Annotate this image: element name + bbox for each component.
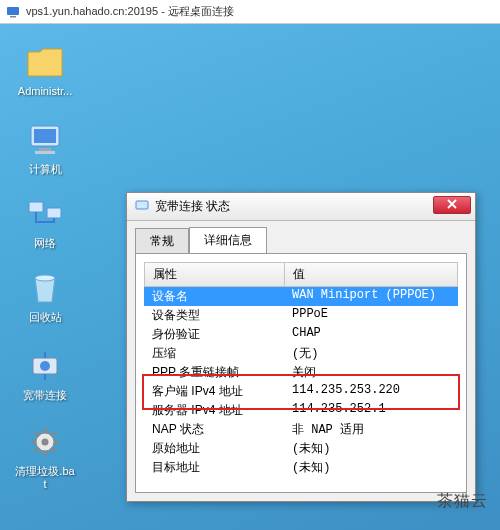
svg-rect-6: [29, 202, 43, 212]
desktop-icon-computer[interactable]: 计算机: [14, 120, 76, 176]
cell-property: 客户端 IPv4 地址: [144, 382, 284, 401]
icon-label: 清理垃圾.bat: [14, 465, 76, 491]
table-row[interactable]: 压缩(无): [144, 344, 458, 363]
svg-rect-4: [39, 148, 51, 151]
rdp-title-text: vps1.yun.hahado.cn:20195 - 远程桌面连接: [26, 4, 234, 19]
cell-property: 压缩: [144, 344, 284, 363]
cell-property: NAP 状态: [144, 420, 284, 439]
svg-rect-7: [47, 208, 61, 218]
table-row[interactable]: PPP 多重链接帧关闭: [144, 363, 458, 382]
watermark: 茶猫云: [437, 491, 488, 512]
tab-body: 属性 值 设备名WAN Miniport (PPPOE)设备类型PPPoE身份验…: [135, 253, 467, 493]
table-row[interactable]: 原始地址(未知): [144, 439, 458, 458]
icon-label: Administr...: [18, 85, 72, 98]
cell-value: (未知): [284, 439, 458, 458]
dialog-icon: [135, 198, 149, 215]
desktop-icon-broadband[interactable]: 宽带连接: [14, 346, 76, 402]
cell-property: 原始地址: [144, 439, 284, 458]
col-value[interactable]: 值: [285, 263, 457, 286]
cell-property: 目标地址: [144, 458, 284, 477]
folder-icon: [25, 42, 65, 82]
tab-strip: 常规 详细信息: [127, 221, 475, 253]
rdp-icon: [6, 5, 20, 19]
icon-label: 计算机: [29, 163, 62, 176]
cell-value: WAN Miniport (PPPOE): [284, 287, 458, 306]
cell-value: (无): [284, 344, 458, 363]
close-button[interactable]: [433, 196, 471, 214]
cell-value: 关闭: [284, 363, 458, 382]
connection-icon: [25, 346, 65, 386]
cell-value: 114.235.253.220: [284, 382, 458, 401]
cell-value: (未知): [284, 458, 458, 477]
cell-value: CHAP: [284, 325, 458, 344]
desktop-area: Administr... 计算机 网络 回收站 宽带连接 清理垃圾.bat: [0, 24, 500, 530]
status-dialog: 宽带连接 状态 常规 详细信息 属性 值 设备名WAN Miniport (PP…: [126, 192, 476, 502]
grid-rows: 设备名WAN Miniport (PPPOE)设备类型PPPoE身份验证CHAP…: [144, 287, 458, 477]
svg-rect-13: [136, 201, 148, 209]
cell-value: PPPoE: [284, 306, 458, 325]
table-row[interactable]: 客户端 IPv4 地址114.235.253.220: [144, 382, 458, 401]
svg-rect-5: [35, 151, 55, 154]
recycle-bin-icon: [25, 268, 65, 308]
cell-property: 服务器 IPv4 地址: [144, 401, 284, 420]
icon-label: 宽带连接: [23, 389, 67, 402]
table-row[interactable]: 设备类型PPPoE: [144, 306, 458, 325]
svg-rect-1: [10, 16, 16, 18]
icon-label: 网络: [34, 237, 56, 250]
svg-point-8: [35, 275, 55, 281]
table-row[interactable]: NAP 状态非 NAP 适用: [144, 420, 458, 439]
table-row[interactable]: 设备名WAN Miniport (PPPOE): [144, 287, 458, 306]
table-row[interactable]: 身份验证CHAP: [144, 325, 458, 344]
table-row[interactable]: 目标地址(未知): [144, 458, 458, 477]
cell-property: 设备类型: [144, 306, 284, 325]
desktop-icon-admin[interactable]: Administr...: [14, 42, 76, 98]
cell-value: 非 NAP 适用: [284, 420, 458, 439]
desktop-icon-network[interactable]: 网络: [14, 194, 76, 250]
cell-property: PPP 多重链接帧: [144, 363, 284, 382]
cell-value: 114.235.252.1: [284, 401, 458, 420]
dialog-title: 宽带连接 状态: [155, 198, 230, 215]
icon-label: 回收站: [29, 311, 62, 324]
table-row[interactable]: 服务器 IPv4 地址114.235.252.1: [144, 401, 458, 420]
desktop-icon-clean-bat[interactable]: 清理垃圾.bat: [14, 422, 76, 491]
svg-point-12: [42, 439, 49, 446]
svg-rect-3: [34, 129, 56, 143]
cell-property: 身份验证: [144, 325, 284, 344]
network-icon: [25, 194, 65, 234]
close-icon: [447, 199, 457, 211]
grid-header: 属性 值: [144, 262, 458, 287]
desktop-icon-recycle[interactable]: 回收站: [14, 268, 76, 324]
tab-details[interactable]: 详细信息: [189, 227, 267, 253]
svg-rect-0: [7, 7, 19, 15]
cell-property: 设备名: [144, 287, 284, 306]
tab-general[interactable]: 常规: [135, 228, 189, 254]
col-property[interactable]: 属性: [145, 263, 285, 286]
rdp-title-bar: vps1.yun.hahado.cn:20195 - 远程桌面连接: [0, 0, 500, 24]
svg-point-10: [40, 361, 50, 371]
computer-icon: [25, 120, 65, 160]
dialog-titlebar[interactable]: 宽带连接 状态: [127, 193, 475, 221]
gear-icon: [25, 422, 65, 462]
